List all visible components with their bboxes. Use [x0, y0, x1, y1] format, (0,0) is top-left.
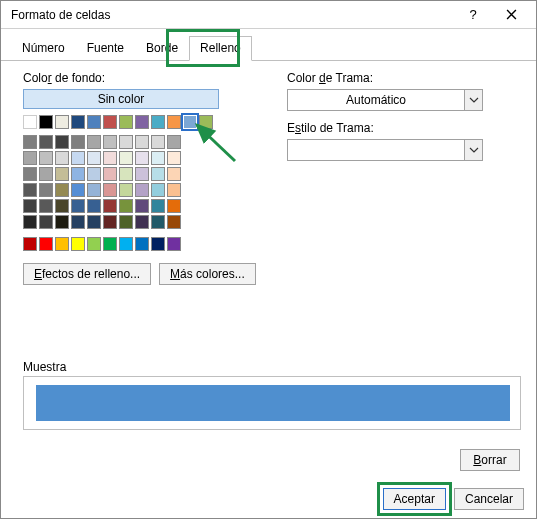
color-swatch[interactable]: [151, 183, 165, 197]
color-swatch[interactable]: [23, 167, 37, 181]
color-swatch[interactable]: [71, 237, 85, 251]
color-swatch[interactable]: [55, 183, 69, 197]
color-swatch[interactable]: [151, 199, 165, 213]
color-swatch[interactable]: [103, 237, 117, 251]
color-swatch[interactable]: [167, 151, 181, 165]
color-swatch[interactable]: [119, 135, 133, 149]
color-swatch[interactable]: [151, 151, 165, 165]
chevron-down-icon[interactable]: [464, 90, 482, 110]
color-swatch[interactable]: [151, 167, 165, 181]
color-swatch[interactable]: [103, 183, 117, 197]
tab-borde[interactable]: Borde: [135, 36, 189, 61]
color-swatch[interactable]: [55, 237, 69, 251]
color-swatch[interactable]: [103, 199, 117, 213]
color-swatch[interactable]: [71, 135, 85, 149]
tab-relleno[interactable]: Relleno: [189, 36, 252, 61]
color-swatch[interactable]: [135, 115, 149, 129]
color-swatch[interactable]: [87, 199, 101, 213]
color-swatch[interactable]: [87, 183, 101, 197]
color-swatch[interactable]: [55, 167, 69, 181]
color-swatch[interactable]: [135, 237, 149, 251]
color-swatch[interactable]: [23, 215, 37, 229]
color-swatch[interactable]: [135, 183, 149, 197]
color-swatch[interactable]: [119, 115, 133, 129]
color-swatch[interactable]: [135, 167, 149, 181]
color-swatch[interactable]: [167, 215, 181, 229]
color-swatch[interactable]: [55, 215, 69, 229]
color-swatch[interactable]: [23, 237, 37, 251]
palette-standard-row: [23, 237, 263, 251]
color-swatch[interactable]: [119, 151, 133, 165]
close-button[interactable]: [492, 3, 530, 27]
color-swatch[interactable]: [87, 215, 101, 229]
accept-button[interactable]: Aceptar: [383, 488, 446, 510]
color-swatch[interactable]: [23, 151, 37, 165]
color-swatch[interactable]: [119, 199, 133, 213]
color-swatch[interactable]: [135, 199, 149, 213]
color-swatch[interactable]: [135, 135, 149, 149]
chevron-down-icon[interactable]: [464, 140, 482, 160]
color-swatch[interactable]: [39, 115, 53, 129]
color-swatch[interactable]: [39, 135, 53, 149]
color-swatch[interactable]: [55, 135, 69, 149]
color-swatch[interactable]: [71, 183, 85, 197]
clear-button[interactable]: Borrar: [460, 449, 520, 471]
color-swatch[interactable]: [55, 151, 69, 165]
color-swatch[interactable]: [167, 199, 181, 213]
color-swatch[interactable]: [103, 215, 117, 229]
color-swatch[interactable]: [119, 167, 133, 181]
color-swatch[interactable]: [151, 135, 165, 149]
color-swatch[interactable]: [23, 183, 37, 197]
color-swatch[interactable]: [167, 115, 181, 129]
color-swatch[interactable]: [71, 151, 85, 165]
color-swatch[interactable]: [87, 237, 101, 251]
color-swatch[interactable]: [119, 237, 133, 251]
color-swatch[interactable]: [71, 199, 85, 213]
color-swatch[interactable]: [39, 167, 53, 181]
tab-fuente[interactable]: Fuente: [76, 36, 135, 61]
color-swatch[interactable]: [103, 115, 117, 129]
color-swatch[interactable]: [151, 237, 165, 251]
color-swatch[interactable]: [71, 215, 85, 229]
cancel-button[interactable]: Cancelar: [454, 488, 524, 510]
color-swatch[interactable]: [39, 151, 53, 165]
color-swatch[interactable]: [87, 115, 101, 129]
color-swatch[interactable]: [55, 199, 69, 213]
color-swatch[interactable]: [103, 151, 117, 165]
color-swatch[interactable]: [135, 151, 149, 165]
color-swatch[interactable]: [119, 215, 133, 229]
color-swatch[interactable]: [103, 135, 117, 149]
color-swatch[interactable]: [103, 167, 117, 181]
tab-strip: Número Fuente Borde Relleno: [1, 29, 536, 61]
color-swatch[interactable]: [23, 115, 37, 129]
color-swatch[interactable]: [39, 199, 53, 213]
more-colors-button[interactable]: Más colores...: [159, 263, 256, 285]
color-swatch[interactable]: [39, 215, 53, 229]
color-swatch[interactable]: [183, 115, 197, 129]
color-swatch[interactable]: [55, 115, 69, 129]
help-button[interactable]: ?: [454, 3, 492, 27]
color-swatch[interactable]: [23, 199, 37, 213]
color-swatch[interactable]: [71, 115, 85, 129]
color-swatch[interactable]: [167, 183, 181, 197]
color-swatch[interactable]: [23, 135, 37, 149]
color-swatch[interactable]: [199, 115, 213, 129]
color-swatch[interactable]: [71, 167, 85, 181]
color-swatch[interactable]: [151, 215, 165, 229]
pattern-style-combo[interactable]: [287, 139, 483, 161]
color-swatch[interactable]: [167, 167, 181, 181]
color-swatch[interactable]: [39, 183, 53, 197]
pattern-color-combo[interactable]: Automático: [287, 89, 483, 111]
color-swatch[interactable]: [119, 183, 133, 197]
no-color-button[interactable]: Sin color: [23, 89, 219, 109]
tab-numero[interactable]: Número: [11, 36, 76, 61]
color-swatch[interactable]: [39, 237, 53, 251]
color-swatch[interactable]: [87, 135, 101, 149]
color-swatch[interactable]: [135, 215, 149, 229]
color-swatch[interactable]: [87, 167, 101, 181]
color-swatch[interactable]: [167, 135, 181, 149]
color-swatch[interactable]: [167, 237, 181, 251]
color-swatch[interactable]: [87, 151, 101, 165]
fill-effects-button[interactable]: Efectos de relleno...: [23, 263, 151, 285]
color-swatch[interactable]: [151, 115, 165, 129]
